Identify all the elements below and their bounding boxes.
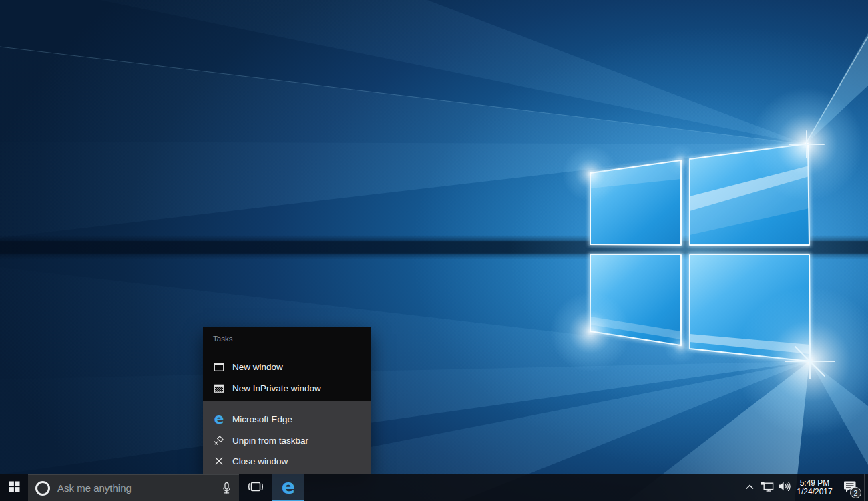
new-inprivate-window-icon: [212, 381, 226, 395]
edge-taskbar-button[interactable]: e: [272, 474, 304, 501]
volume-button[interactable]: [776, 474, 793, 501]
clock-date: 1/24/2017: [797, 488, 832, 497]
menu-item-label: Unpin from taskbar: [232, 436, 308, 446]
task-view-icon: [248, 481, 264, 495]
clock-time: 5:49 PM: [800, 479, 830, 488]
menu-item-microsoft-edge[interactable]: e Microsoft Edge: [203, 409, 371, 429]
tray-overflow-button[interactable]: [741, 474, 758, 501]
notification-badge: 2: [850, 487, 861, 498]
edge-icon: e: [212, 411, 226, 426]
volume-icon: [778, 481, 792, 494]
start-button[interactable]: [0, 474, 28, 501]
unpin-icon: [212, 433, 226, 448]
menu-item-new-window[interactable]: New window: [203, 357, 371, 377]
search-input[interactable]: Ask me anything: [28, 474, 239, 501]
search-placeholder: Ask me anything: [57, 482, 214, 494]
system-tray: 5:49 PM 1/24/2017 2: [741, 474, 868, 501]
windows-logo-icon: [9, 481, 20, 495]
cortana-icon: [35, 481, 50, 496]
chevron-up-icon: [744, 482, 755, 494]
menu-item-unpin-from-taskbar[interactable]: Unpin from taskbar: [203, 430, 371, 450]
menu-item-close-window[interactable]: Close window: [203, 451, 371, 471]
taskbar: Ask me anything e: [0, 474, 868, 501]
menu-item-new-inprivate-window[interactable]: New InPrivate window: [203, 378, 371, 398]
menu-item-label: Close window: [232, 456, 288, 466]
menu-item-label: New InPrivate window: [232, 383, 321, 393]
new-window-icon: [212, 359, 226, 374]
close-icon: [212, 454, 226, 468]
edge-icon: e: [282, 477, 295, 497]
menu-item-label: New window: [232, 362, 283, 372]
network-button[interactable]: [758, 474, 776, 501]
show-desktop-button[interactable]: [864, 474, 868, 501]
wallpaper-image: [0, 0, 868, 501]
action-center-button[interactable]: 2: [836, 474, 864, 501]
menu-item-label: Microsoft Edge: [232, 414, 292, 424]
desktop[interactable]: Tasks New window: [0, 0, 868, 501]
clock[interactable]: 5:49 PM 1/24/2017: [793, 474, 836, 501]
edge-jumplist-menu: Tasks New window: [203, 327, 371, 474]
jumplist-section-title: Tasks: [213, 335, 232, 343]
microphone-icon[interactable]: [221, 482, 232, 495]
task-view-button[interactable]: [239, 474, 272, 501]
network-icon: [761, 481, 774, 495]
